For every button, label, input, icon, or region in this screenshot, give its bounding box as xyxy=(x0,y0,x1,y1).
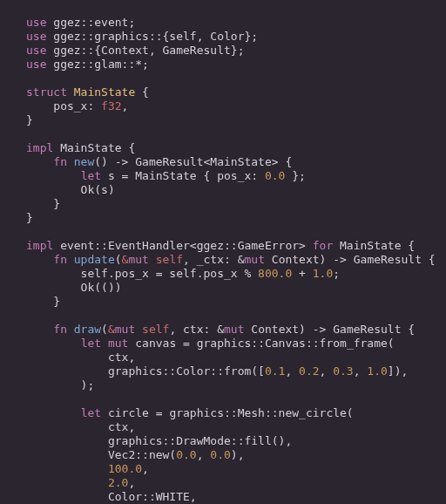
kw-use: use xyxy=(26,30,46,43)
num: 0.0 xyxy=(265,169,285,182)
num: 100.0 xyxy=(108,462,142,475)
kw-fn: fn xyxy=(53,253,67,266)
num: 800.0 xyxy=(258,267,292,280)
kw-impl: impl xyxy=(26,141,53,154)
kw-fn: fn xyxy=(53,323,67,336)
kw-use: use xyxy=(26,16,46,29)
kw-impl: impl xyxy=(26,239,53,252)
kw-for: for xyxy=(313,239,333,252)
type-f32: f32 xyxy=(101,99,121,112)
kw-mut: mut xyxy=(108,337,128,350)
kw-struct: struct xyxy=(26,85,67,99)
num: 2.0 xyxy=(108,476,128,489)
type-mainstate: MainState xyxy=(74,85,135,99)
kw-let: let xyxy=(81,406,101,419)
kw-use: use xyxy=(26,58,46,71)
kw-let: let xyxy=(81,169,101,182)
self-ref: &mut self xyxy=(108,323,169,336)
fn-draw: draw xyxy=(74,323,101,336)
fn-new: new xyxy=(74,155,94,168)
kw-let: let xyxy=(81,337,101,350)
code-editor: use ggez::event; use ggez::graphics::{se… xyxy=(0,0,446,504)
kw-fn: fn xyxy=(53,155,67,168)
kw-use: use xyxy=(26,44,46,57)
fn-update: update xyxy=(74,253,115,266)
num: 1.0 xyxy=(313,267,333,280)
self-ref: &mut self xyxy=(122,253,183,266)
